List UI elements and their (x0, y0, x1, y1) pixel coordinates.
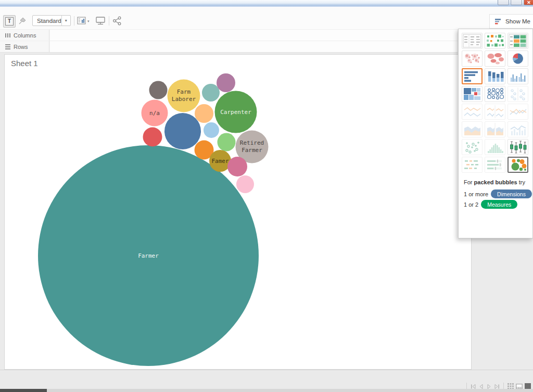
showme-icon-side-by-side-bars[interactable] (507, 68, 528, 84)
showme-icon-dual-lines[interactable] (507, 104, 528, 120)
bubble-label: Famer (211, 158, 229, 165)
bubble-mark[interactable] (149, 81, 168, 99)
fit-dropdown-value: Standard (33, 18, 61, 24)
showme-icon-circle-views[interactable] (485, 86, 505, 102)
columns-shelf-label: Columns (0, 30, 49, 41)
bubble-label: Retired (240, 140, 264, 146)
bubble-mark[interactable] (217, 73, 235, 92)
showme-icon-lines-continuous[interactable] (462, 104, 483, 120)
bubble-mark[interactable] (218, 133, 236, 151)
bubble-mark[interactable] (195, 104, 213, 123)
bubble-mark[interactable] (202, 84, 220, 102)
showme-icon-dual-combination[interactable] (507, 121, 528, 137)
showme-icon-treemap[interactable] (462, 86, 483, 102)
bubble-label: Carpenter (220, 109, 251, 116)
title-bar: ✕ (0, 0, 533, 7)
showme-icon-scatter-plot[interactable] (462, 139, 483, 155)
show-me-button[interactable]: Show Me (489, 14, 533, 29)
show-me-icon (495, 18, 502, 25)
showme-icon-highlight-table[interactable] (485, 33, 505, 49)
chevron-down-icon[interactable]: ▾ (61, 16, 70, 26)
showme-icon-lines-discrete[interactable] (485, 104, 505, 120)
first-sheet-icon[interactable] (471, 384, 476, 389)
maximize-button[interactable] (511, 0, 522, 5)
showme-icon-bullet-graph[interactable] (485, 157, 505, 173)
rows-icon (5, 44, 10, 49)
rows-shelf-label: Rows (0, 41, 49, 52)
showme-icon-stacked-bars[interactable] (485, 68, 505, 84)
next-sheet-icon[interactable] (486, 384, 492, 389)
show-hide-cards-button[interactable]: ▾ (77, 16, 91, 26)
toolbar: T Standard ▾ ▾ (0, 7, 533, 29)
bubble-mark[interactable] (236, 175, 254, 193)
showme-icon-gantt[interactable] (462, 157, 483, 173)
status-bar (0, 370, 533, 389)
last-sheet-icon[interactable] (494, 384, 500, 389)
horizontal-scrollbar[interactable] (0, 389, 533, 392)
bubble-label: Laborer (172, 96, 196, 103)
showme-requirement-measures: 1 or 2 Measures (464, 200, 517, 209)
close-button[interactable]: ✕ (524, 0, 533, 5)
bubble-label: Farmer (242, 147, 262, 154)
showme-icon-area-discrete[interactable] (485, 121, 505, 137)
bubble-mark[interactable] (204, 122, 219, 138)
fit-dropdown[interactable]: Standard ▾ (32, 15, 71, 26)
columns-shelf-area[interactable] (50, 30, 458, 41)
showme-icon-histogram[interactable] (485, 139, 505, 155)
dimensions-pill: Dimensions (491, 189, 532, 198)
show-me-panel: For packed bubbles try 1 or more Dimensi… (458, 29, 533, 238)
share-icon[interactable] (112, 16, 122, 26)
minimize-button[interactable] (498, 0, 509, 5)
pin-icon[interactable] (17, 16, 28, 26)
rows-shelf-area[interactable] (50, 41, 458, 52)
measures-pill: Measures (481, 200, 517, 209)
showme-icon-filled-map[interactable] (485, 50, 505, 67)
columns-icon (5, 33, 10, 38)
bubble-mark[interactable] (164, 113, 201, 149)
scrollbar-thumb[interactable] (0, 389, 47, 392)
showme-icon-horizontal-bars[interactable] (462, 68, 483, 84)
rows-shelf: Rows (0, 41, 458, 53)
bubble-mark[interactable] (143, 128, 162, 147)
sheet-canvas: Sheet 1 FarmerFarmLaborern/aCarpenterRet… (4, 54, 472, 370)
showme-icon-box-and-whisker[interactable] (507, 139, 528, 155)
show-mark-labels-button[interactable]: T (3, 15, 16, 28)
bubble-label: Farmer (138, 252, 159, 259)
previous-sheet-icon[interactable] (478, 384, 484, 389)
showme-icon-heat-map[interactable] (507, 33, 528, 49)
showme-icon-area-continuous[interactable] (462, 121, 483, 137)
showme-hint: For packed bubbles try (464, 179, 525, 185)
mark-labels-icon: T (5, 17, 14, 26)
show-me-label: Show Me (505, 18, 530, 24)
showme-requirement-dimensions: 1 or more Dimensions (464, 189, 532, 198)
showme-icon-packed-bubbles[interactable] (507, 157, 528, 173)
presentation-mode-icon[interactable] (95, 16, 106, 26)
bubble-mark[interactable] (227, 157, 247, 176)
showme-icon-pie-chart[interactable] (507, 50, 528, 67)
showme-icon-side-by-side-circles[interactable] (507, 86, 528, 102)
bubble-chart: FarmerFarmLaborern/aCarpenterRetiredFarm… (5, 55, 471, 369)
bubble-label: n/a (149, 110, 160, 117)
toolbar-separator (74, 16, 74, 26)
bubble-label: Farm (177, 88, 191, 95)
showme-hint-chart-name: packed bubbles (474, 179, 517, 185)
svg-text:▾: ▾ (87, 19, 90, 23)
columns-shelf: Columns (0, 29, 458, 41)
chart-type-grid (462, 33, 528, 173)
showme-icon-symbol-map[interactable] (462, 50, 483, 67)
toolbar-separator (109, 16, 109, 26)
showme-icon-text-table[interactable] (462, 33, 483, 49)
